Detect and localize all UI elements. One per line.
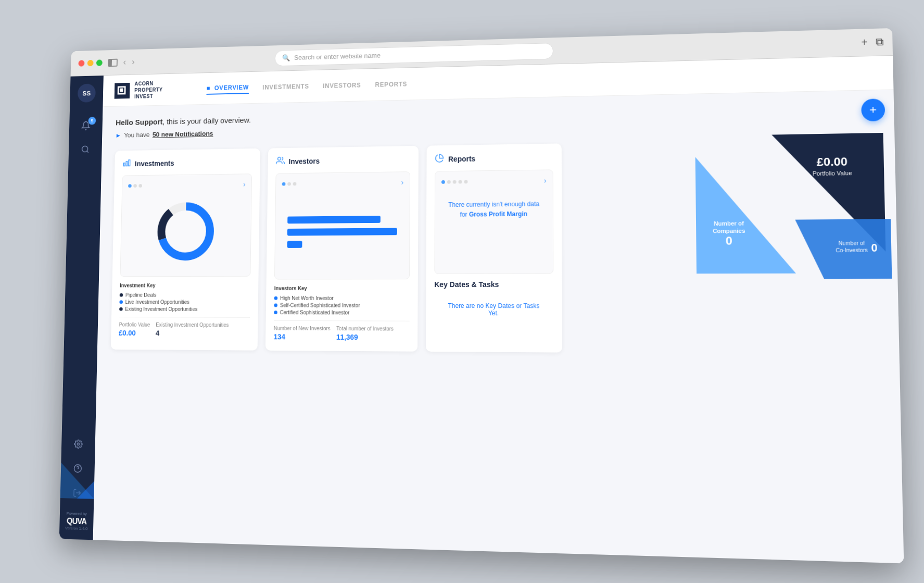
investments-card-dots	[128, 183, 142, 187]
triangles-svg: Number of Companies 0 £0.00 Portfolio Va…	[684, 122, 897, 284]
reports-card-next[interactable]: ›	[543, 176, 546, 184]
rdot-3	[452, 180, 456, 183]
brand-logo: ACORN PROPERTY INVEST	[114, 79, 191, 100]
inv-legend-dot-3	[274, 311, 277, 314]
powered-by-text: Powered by	[65, 511, 87, 516]
sidebar-item-settings[interactable]	[61, 431, 95, 456]
forward-arrow-icon[interactable]: ›	[131, 56, 134, 67]
svg-text:Portfolio Value: Portfolio Value	[812, 169, 852, 177]
key-dates-title: Key Dates & Tasks	[434, 280, 553, 288]
idot-1	[282, 182, 285, 185]
maximize-dot[interactable]	[96, 59, 102, 66]
sidebar-toggle-icon[interactable]	[108, 58, 118, 66]
legend-dot-2	[119, 300, 123, 304]
rdot-2	[447, 180, 450, 183]
investors-card-inner: ›	[274, 171, 410, 279]
close-dot[interactable]	[78, 60, 84, 66]
notif-arrow-icon: ►	[115, 131, 121, 138]
tab-switcher-icon[interactable]: ⧉	[875, 35, 883, 48]
sidebar-triangle-deco	[60, 462, 94, 499]
svg-point-0	[82, 146, 87, 152]
svg-text:Co-Investors: Co-Investors	[836, 247, 868, 253]
rdot-5	[464, 179, 467, 183]
reports-card-header: Reports	[435, 152, 553, 165]
reports-card: Reports ›	[425, 143, 562, 352]
reports-card-icon	[435, 153, 444, 165]
version-text: Version 1.4.0	[65, 525, 87, 531]
bar-2	[287, 228, 397, 235]
overview-tab-icon: ■	[206, 84, 210, 91]
minimize-dot[interactable]	[87, 59, 93, 66]
investments-card: Investments ›	[110, 148, 260, 350]
svg-marker-18	[695, 155, 795, 274]
svg-text:Number of: Number of	[838, 240, 865, 246]
avatar: SS	[77, 83, 95, 102]
search-icon: 🔍	[282, 54, 290, 61]
inv-legend-dot-2	[274, 303, 277, 307]
triangles-area: Number of Companies 0 £0.00 Portfolio Va…	[684, 122, 898, 295]
reports-no-data: There currently isn't enough data for Gr…	[441, 189, 546, 230]
browser-actions: + ⧉	[861, 35, 883, 48]
no-tasks-message: There are no Key Dates or Tasks Yet.	[434, 293, 553, 325]
dot-2	[133, 183, 137, 187]
investors-card-dots	[282, 181, 296, 185]
inv-legend-item-3: Certified Sophisticated Investor	[274, 309, 410, 315]
dot-1	[128, 183, 132, 187]
investors-legend-title: Investors Key	[274, 286, 409, 291]
investors-card-inner-header: ›	[282, 178, 403, 187]
main-content: ACORN PROPERTY INVEST ■ OVERVIEW INVESTM…	[93, 55, 904, 563]
quva-logo: QUVA	[65, 516, 88, 526]
investments-card-title: Investments	[134, 159, 174, 167]
svg-text:Companies: Companies	[713, 227, 745, 234]
tab-reports[interactable]: REPORTS	[375, 78, 407, 90]
svg-rect-10	[119, 88, 123, 92]
investments-stat-1: Portfolio Value £0.00	[118, 321, 149, 338]
investors-stat-1: Number of New Investors 134	[273, 325, 330, 342]
new-tab-icon[interactable]: +	[861, 36, 868, 48]
browser-content: SS 5	[59, 55, 904, 563]
investments-card-footer: Portfolio Value £0.00 Existing Investmen…	[118, 317, 249, 339]
sidebar-item-notifications[interactable]: 5	[69, 114, 103, 138]
reports-card-title: Reports	[448, 154, 475, 163]
investors-card-header: Investors	[275, 154, 410, 167]
investments-stat-2: Existing Investment Opportunities 4	[155, 321, 229, 339]
inv-legend-item-1: High Net Worth Investor	[274, 295, 409, 301]
notification-badge: 5	[88, 117, 96, 125]
inv-legend-dot-1	[274, 296, 277, 300]
address-bar[interactable]: 🔍 Search or enter website name	[274, 42, 553, 66]
browser-window: ‹ › 🔍 Search or enter website name + ⧉ S…	[59, 28, 904, 563]
tab-overview[interactable]: ■ OVERVIEW	[206, 81, 249, 94]
reports-card-inner-header: ›	[441, 176, 546, 185]
investments-card-inner: ›	[120, 173, 252, 277]
investors-card-footer: Number of New Investors 134 Total number…	[273, 320, 409, 342]
legend-item-3: Existing Investment Opportunities	[119, 306, 250, 312]
back-arrow-icon[interactable]: ‹	[123, 57, 126, 67]
notifications-link[interactable]: 50 new Notifications	[152, 130, 213, 138]
idot-3	[293, 181, 296, 185]
fab-button[interactable]: +	[861, 98, 885, 121]
investments-legend-title: Investment Key	[120, 282, 250, 288]
svg-point-2	[77, 443, 79, 445]
investors-card-next[interactable]: ›	[401, 178, 403, 186]
svg-rect-13	[128, 159, 130, 165]
bar-3	[287, 241, 302, 248]
investments-card-next[interactable]: ›	[243, 180, 246, 188]
dot-3	[138, 183, 142, 187]
sidebar-item-search[interactable]	[68, 137, 102, 161]
legend-dot-1	[119, 293, 123, 296]
inv-legend-item-2: Self-Certified Sophisticated Investor	[274, 302, 409, 308]
legend-item-2: Live Investment Opportunities	[119, 299, 250, 305]
tab-investments[interactable]: INVESTMENTS	[262, 80, 309, 92]
idot-2	[287, 182, 291, 185]
investors-card-title: Investors	[288, 157, 320, 165]
investments-legend-items: Pipeline Deals Live Investment Opportuni…	[119, 292, 250, 312]
brand-icon	[114, 82, 130, 98]
investments-donut	[126, 192, 245, 270]
tab-investors[interactable]: INVESTORS	[323, 79, 361, 91]
svg-text:£0.00: £0.00	[816, 155, 847, 168]
legend-item-1: Pipeline Deals	[119, 292, 250, 297]
svg-text:0: 0	[871, 241, 878, 254]
investments-card-header: Investments	[122, 156, 252, 169]
nav-tabs: ■ OVERVIEW INVESTMENTS INVESTORS REPORTS	[206, 78, 407, 94]
svg-text:Number of: Number of	[714, 220, 744, 227]
